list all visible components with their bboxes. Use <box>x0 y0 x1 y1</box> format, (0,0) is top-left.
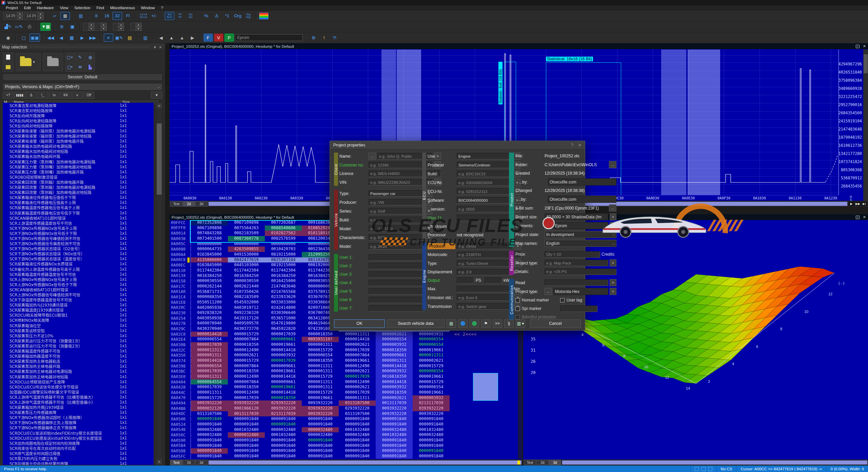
hex-cell[interactable]: 0000015729 <box>413 363 450 369</box>
hex-cell[interactable]: 0082183509 <box>228 294 265 300</box>
map-list-item[interactable]: SCR反向阀对电源短路故障1x1 <box>3 118 154 123</box>
map-list-item[interactable]: SCR下游NOx传感器NOx信号低于下限1x1 <box>3 231 154 236</box>
ecu-nr1-field[interactable] <box>457 179 512 186</box>
hex-cell[interactable]: 0000015729 <box>302 390 339 395</box>
hex-cell[interactable]: 0000032480 <box>191 427 228 433</box>
ecu-build-field[interactable] <box>457 171 512 177</box>
map-list-item[interactable]: SCR尿素箱水加热电磁阀开路1x1 <box>3 154 154 159</box>
scroll-up-icon[interactable]: ▲ <box>156 103 162 108</box>
hex-cell[interactable]: 0000015729 <box>191 395 228 401</box>
hex-cell[interactable]: 0000018350 <box>265 395 302 401</box>
user-tag-checkbox[interactable]: User tag: <box>560 298 583 302</box>
hex-cell[interactable]: 0000091840 <box>191 422 228 427</box>
hex-cell[interactable]: 0000091840 <box>339 454 376 459</box>
hex-cell[interactable]: 0000007864 <box>228 379 265 385</box>
hex-row[interactable]: 0A02C00000014418000001572900000170390000… <box>170 332 522 337</box>
hex-cell[interactable]: 0430373770 <box>228 326 265 332</box>
hex-cell[interactable]: 0403050938 <box>191 316 228 321</box>
panel-collapse-icon[interactable]: ▼ <box>152 45 158 49</box>
elements-picker-button[interactable]: > <box>610 222 616 229</box>
map-list-item[interactable]: SCR尿素泵运行压力不可信（测量值1次）1x1 <box>3 338 154 343</box>
map-list-item[interactable]: SCR泵25秒内压力建立失败1x1 <box>3 456 154 461</box>
hex-cell[interactable]: 0000019661 <box>413 390 450 395</box>
name-more-button[interactable]: ... <box>369 153 376 160</box>
output-kw-field[interactable] <box>485 277 502 284</box>
hex-row[interactable]: 0A03BC0000017039000001835000000196610000… <box>170 369 522 374</box>
record-icon[interactable]: ◉ <box>3 34 13 42</box>
user-tag-field[interactable] <box>560 306 597 312</box>
user1-field[interactable] <box>369 254 424 261</box>
hex-cell[interactable]: 0000091840 <box>228 422 265 427</box>
menu-hardware[interactable]: Hardware <box>34 6 57 10</box>
hex-cell[interactable]: 0000091840 <box>376 454 413 459</box>
hex-cell[interactable]: 0000032480 <box>413 432 450 438</box>
hex-cell[interactable]: 0000091840 <box>191 448 228 454</box>
hex-cell[interactable]: 0000019661 <box>413 348 450 353</box>
hex-cell[interactable]: 0000091840 <box>191 438 228 443</box>
hex-cell[interactable]: 0000091840 <box>265 438 302 443</box>
ecu-nr2-field[interactable] <box>457 188 512 195</box>
dialog-help-icon[interactable]: ? <box>571 143 573 148</box>
hex-cell[interactable]: 0000003932 <box>265 353 302 358</box>
globe-sync-icon[interactable]: ◍ <box>85 53 95 62</box>
hex-cell[interactable]: 0000032480 <box>302 432 339 438</box>
hex-cell[interactable]: 0002621440 <box>228 284 265 289</box>
hex-cell[interactable]: 0000002621 <box>339 369 376 374</box>
open-project-button[interactable]: ▼ <box>16 53 41 71</box>
hex-cell[interactable]: 0409070940 <box>191 321 228 326</box>
map-list-item[interactable]: SCR尿素箱温度传感器温度信号不可信1x1 <box>3 272 154 277</box>
map-list-item[interactable]: SCR下游NOx传感器NOx信号高于上限1x1 <box>3 225 154 231</box>
hex-cell[interactable]: 0293932220 <box>265 400 302 406</box>
hex-cell[interactable]: 0000006554 <box>191 363 228 369</box>
gear-search-icon[interactable]: ⚙ <box>309 34 318 42</box>
displacement-field[interactable] <box>457 269 512 275</box>
hex-cell[interactable]: 0016384250 <box>191 273 228 279</box>
dialog-close-icon[interactable]: ✕ <box>578 143 581 148</box>
hex-cell[interactable]: 0000091840 <box>413 454 450 459</box>
tab-3d[interactable]: 3d <box>195 201 208 206</box>
cancel-button[interactable]: Cancel <box>530 319 581 328</box>
bit-sum-button[interactable]: ... <box>609 204 616 212</box>
hex-cell[interactable]: 0000009661 <box>265 337 302 342</box>
chart-edit-icon[interactable]: ▟✎ <box>3 23 13 31</box>
magic-import-icon[interactable]: ✎ <box>75 53 85 62</box>
hex-cell[interactable]: 0093932220 <box>376 406 413 411</box>
map-list-item[interactable]: SCR下游NOx传感器状态错误（O2信号）1x1 <box>3 246 154 251</box>
hex-cell[interactable]: 0000014418 <box>339 337 376 342</box>
map-list-item[interactable]: SCR尿素吸液管（箱到泵）加热继电器开路1x1 <box>3 139 154 144</box>
hex-row[interactable]: 0A05B40000091840000009184000000918400000… <box>170 443 522 449</box>
map-list-item[interactable]: SCR尿素箱加热与J1939通讯错误1x1 <box>3 302 154 308</box>
user2-field[interactable] <box>369 263 424 269</box>
user4-field[interactable] <box>369 280 424 286</box>
map-list-item[interactable]: SCR喷射NOx相关故障1x1 <box>3 318 154 323</box>
hex-cell[interactable]: 0000001311 <box>191 353 228 358</box>
hex-row[interactable]: 0A032C0000011311000001249000000144180000… <box>170 348 522 353</box>
map-list-item[interactable]: SCR存储单元中自诊断结果的故障1x1 <box>3 461 154 465</box>
hex-cell[interactable]: 0825307184 <box>265 257 302 263</box>
tab-3d[interactable]: 3d <box>195 460 208 465</box>
hex-cell[interactable]: 0000014418 <box>191 358 228 363</box>
search-vehicle-data-button[interactable]: Search vehicle data <box>387 319 445 328</box>
map-filter-4[interactable]: ŀv <box>49 92 60 99</box>
percent-icon[interactable]: % <box>201 12 211 20</box>
engine-producer-field[interactable] <box>457 243 513 249</box>
hex-cell[interactable]: 0000091840 <box>228 416 265 422</box>
width-16-icon[interactable]: 16 <box>102 12 112 20</box>
version-field[interactable] <box>457 206 512 212</box>
hex-cell[interactable]: 0000091840 <box>191 443 228 449</box>
menu-window[interactable]: Window <box>138 6 158 10</box>
surface-horizontal-scrollbar[interactable] <box>562 460 867 465</box>
hex-cell[interactable]: 0000011311 <box>339 395 376 401</box>
hex-row[interactable]: 0A03080000017039000001835000000196610000… <box>170 342 522 348</box>
hex-cell[interactable]: 0000001311 <box>302 369 339 374</box>
map-list-item[interactable]: SCR尿素箱油位空1x1 <box>3 323 154 328</box>
hex-cell[interactable]: 0000012490 <box>228 348 265 353</box>
decimal-values-icon[interactable]: 111111 <box>186 12 195 20</box>
printer-edit-icon[interactable]: ⎙ <box>25 23 34 31</box>
hex-cell[interactable]: 0000091840 <box>265 443 302 449</box>
map-list-item[interactable]: SCR尿素泵加热主继电器对电源短路1x1 <box>3 369 154 374</box>
hex-cell[interactable]: 0000091840 <box>228 438 265 443</box>
hex-cell[interactable]: 0000091840 <box>228 443 265 449</box>
folder-browse-button[interactable]: ... <box>609 161 616 168</box>
reseller-project-type-picker-button[interactable]: > <box>610 259 616 267</box>
